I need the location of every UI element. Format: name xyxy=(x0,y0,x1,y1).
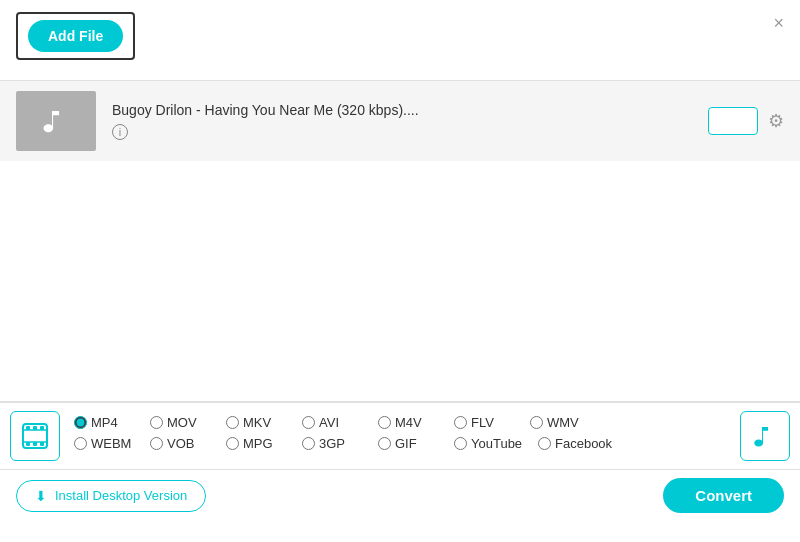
format-youtube[interactable]: YouTube xyxy=(454,436,532,451)
format-mkv[interactable]: MKV xyxy=(226,415,296,430)
format-bar: MP4 MOV MKV AVI M4V FLV xyxy=(0,402,800,469)
gear-button[interactable]: ⚙ xyxy=(768,110,784,132)
format-label-mov: MOV xyxy=(167,415,197,430)
radio-gif[interactable] xyxy=(378,437,391,450)
svg-rect-6 xyxy=(33,442,37,446)
format-label-mp4: MP4 xyxy=(91,415,118,430)
format-label-facebook: Facebook xyxy=(555,436,612,451)
audio-icon xyxy=(752,423,778,449)
format-row-2: WEBM VOB MPG 3GP GIF YouTube xyxy=(74,436,740,451)
format-row-1: MP4 MOV MKV AVI M4V FLV xyxy=(74,415,740,430)
film-icon-wrap[interactable] xyxy=(10,411,60,461)
convert-button[interactable]: Convert xyxy=(663,478,784,513)
radio-mov[interactable] xyxy=(150,416,163,429)
cut-button[interactable] xyxy=(708,107,758,135)
footer: ⬇ Install Desktop Version Convert xyxy=(0,469,800,521)
format-label-mpg: MPG xyxy=(243,436,273,451)
svg-rect-7 xyxy=(40,442,44,446)
radio-facebook[interactable] xyxy=(538,437,551,450)
radio-flv[interactable] xyxy=(454,416,467,429)
radio-mpg[interactable] xyxy=(226,437,239,450)
format-facebook[interactable]: Facebook xyxy=(538,436,618,451)
radio-mp4[interactable] xyxy=(74,416,87,429)
install-desktop-button[interactable]: ⬇ Install Desktop Version xyxy=(16,480,206,512)
format-label-webm: WEBM xyxy=(91,436,131,451)
file-item: Bugoy Drilon - Having You Near Me (320 k… xyxy=(0,81,800,161)
install-label: Install Desktop Version xyxy=(55,488,187,503)
format-label-m4v: M4V xyxy=(395,415,422,430)
format-mov[interactable]: MOV xyxy=(150,415,220,430)
close-button[interactable]: × xyxy=(773,14,784,32)
format-label-wmv: WMV xyxy=(547,415,579,430)
file-actions: ⚙ xyxy=(708,107,784,135)
radio-wmv[interactable] xyxy=(530,416,543,429)
music-icon xyxy=(38,103,74,139)
format-label-mkv: MKV xyxy=(243,415,271,430)
file-thumbnail xyxy=(16,91,96,151)
download-icon: ⬇ xyxy=(35,488,47,504)
format-vob[interactable]: VOB xyxy=(150,436,220,451)
audio-icon-wrap[interactable] xyxy=(740,411,790,461)
radio-3gp[interactable] xyxy=(302,437,315,450)
radio-avi[interactable] xyxy=(302,416,315,429)
content-area xyxy=(0,161,800,401)
svg-rect-4 xyxy=(40,426,44,430)
format-gif[interactable]: GIF xyxy=(378,436,448,451)
file-title: Bugoy Drilon - Having You Near Me (320 k… xyxy=(112,102,692,118)
info-icon[interactable]: i xyxy=(112,124,128,140)
svg-rect-1 xyxy=(23,430,47,442)
format-label-gif: GIF xyxy=(395,436,417,451)
add-file-button[interactable]: Add File xyxy=(28,20,123,52)
format-3gp[interactable]: 3GP xyxy=(302,436,372,451)
svg-rect-3 xyxy=(33,426,37,430)
format-label-youtube: YouTube xyxy=(471,436,522,451)
format-avi[interactable]: AVI xyxy=(302,415,372,430)
radio-vob[interactable] xyxy=(150,437,163,450)
film-icon xyxy=(21,422,49,450)
radio-youtube[interactable] xyxy=(454,437,467,450)
format-webm[interactable]: WEBM xyxy=(74,436,144,451)
format-label-3gp: 3GP xyxy=(319,436,345,451)
file-info: Bugoy Drilon - Having You Near Me (320 k… xyxy=(96,102,708,140)
format-mpg[interactable]: MPG xyxy=(226,436,296,451)
format-label-flv: FLV xyxy=(471,415,494,430)
format-flv[interactable]: FLV xyxy=(454,415,524,430)
radio-webm[interactable] xyxy=(74,437,87,450)
format-label-vob: VOB xyxy=(167,436,194,451)
format-label-avi: AVI xyxy=(319,415,339,430)
format-m4v[interactable]: M4V xyxy=(378,415,448,430)
format-options: MP4 MOV MKV AVI M4V FLV xyxy=(74,415,740,457)
format-wmv[interactable]: WMV xyxy=(530,415,600,430)
format-mp4[interactable]: MP4 xyxy=(74,415,144,430)
svg-rect-2 xyxy=(26,426,30,430)
radio-mkv[interactable] xyxy=(226,416,239,429)
svg-rect-5 xyxy=(26,442,30,446)
radio-m4v[interactable] xyxy=(378,416,391,429)
